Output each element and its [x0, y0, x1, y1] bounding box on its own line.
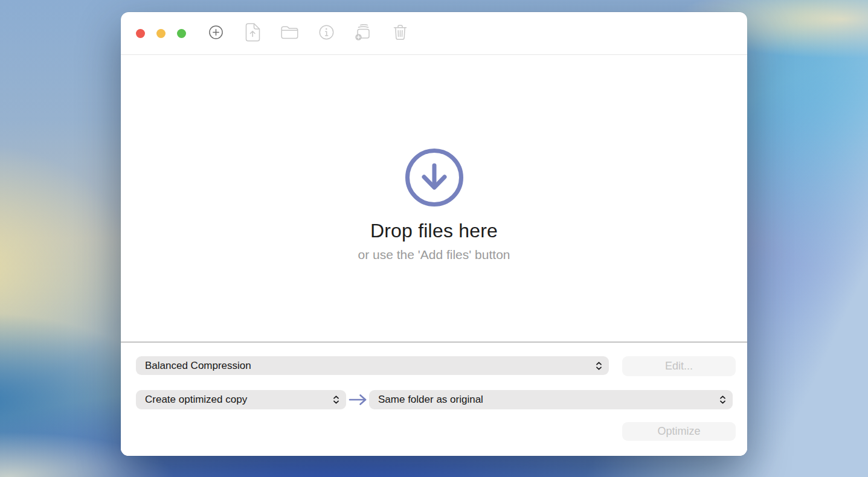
edit-button-label: Edit... [665, 360, 693, 373]
dropzone-subtitle: or use the 'Add files' button [358, 248, 510, 262]
titlebar [121, 12, 747, 54]
controls-panel: Balanced Compression Edit... Create opti… [121, 342, 747, 456]
add-files-button[interactable] [205, 23, 226, 43]
close-button[interactable] [136, 29, 145, 38]
info-circle-icon [319, 25, 334, 42]
dropzone-title: Drop files here [370, 220, 498, 242]
edit-button[interactable]: Edit... [622, 356, 736, 376]
chevron-up-down-icon [596, 361, 602, 370]
chevron-up-down-icon [333, 395, 339, 405]
destination-select-value: Same folder as original [378, 394, 483, 406]
folder-icon [281, 25, 298, 41]
dropzone[interactable]: Drop files here or use the 'Add files' b… [121, 55, 747, 342]
traffic-lights [136, 29, 186, 38]
stack-plus-icon [355, 24, 372, 42]
preset-select-value: Balanced Compression [145, 360, 251, 372]
minimize-button[interactable] [156, 29, 166, 38]
output-mode-select-value: Create optimized copy [145, 394, 247, 406]
preset-select[interactable]: Balanced Compression [136, 356, 609, 375]
optimize-button[interactable]: Optimize [622, 422, 736, 441]
open-folder-button[interactable] [279, 23, 300, 43]
remove-button[interactable] [390, 23, 410, 43]
arrow-down-circle-icon [405, 148, 464, 210]
add-batch-button[interactable] [353, 23, 373, 43]
zoom-button[interactable] [177, 29, 186, 38]
destination-select[interactable]: Same folder as original [369, 390, 733, 409]
app-window: Drop files here or use the 'Add files' b… [121, 12, 747, 456]
plus-circle-icon [209, 25, 223, 41]
arrow-right-icon [349, 393, 367, 409]
chevron-up-down-icon [719, 395, 726, 405]
output-mode-select[interactable]: Create optimized copy [136, 390, 346, 409]
optimize-button-label: Optimize [657, 425, 700, 438]
toolbar [205, 23, 410, 43]
trash-icon [393, 24, 407, 42]
import-file-button[interactable] [242, 23, 263, 43]
document-arrow-up-icon [245, 23, 260, 43]
file-info-button[interactable] [316, 23, 336, 43]
